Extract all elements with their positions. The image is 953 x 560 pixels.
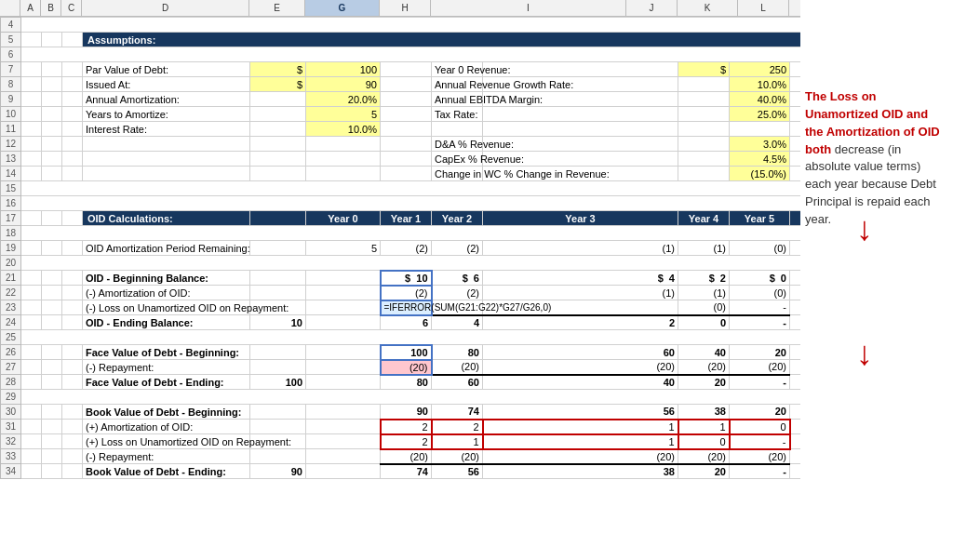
row-29: 29 <box>1 390 801 405</box>
bv-loss-label: (+) Loss on Unamortized OID on Repayment… <box>83 434 250 449</box>
bv-repay-y2: (20) <box>432 449 483 464</box>
bv-amort-y2: 2 <box>432 420 483 434</box>
years-label: Years to Amortize: <box>83 107 250 122</box>
ebitda-label: Annual EBITDA Margin: <box>432 92 483 107</box>
oid-begin-label: OID - Beginning Balance: <box>83 271 250 286</box>
interest-value: 10.0% <box>306 122 381 137</box>
row-10: 10 Years to Amortize: 5 Tax Rate: 25.0% <box>1 107 801 122</box>
row-4: 4 <box>1 18 801 33</box>
year3-header: Year 3 <box>483 211 678 226</box>
bv-amort-y3: 1 <box>483 420 678 434</box>
row-28: 28 Face Value of Debt - Ending: 100 80 6… <box>1 375 801 390</box>
ebitda-value: 40.0% <box>730 92 790 107</box>
oid-loss-y5: - <box>730 300 790 315</box>
dna-value: 3.0% <box>730 137 790 152</box>
bv-end-y3: 38 <box>483 464 678 479</box>
oid-begin-y1-dollar: $ 10 <box>381 271 432 286</box>
bv-end-y1: 74 <box>381 464 432 479</box>
row-30: 30 Book Value of Debt - Beginning: 90 74… <box>1 405 801 420</box>
oid-end-y4: 0 <box>678 315 730 330</box>
row-9: 9 Annual Amortization: 20.0% Annual EBIT… <box>1 92 801 107</box>
bv-begin-y2: 74 <box>432 405 483 420</box>
oid-amort-y5: (0) <box>730 286 790 300</box>
oid-calc-label: OID Calculations: <box>83 211 250 226</box>
oid-begin-y5: $ 0 <box>730 271 790 286</box>
bv-begin-y3: 56 <box>483 405 678 420</box>
annual-rev-label: Annual Revenue Growth Rate: <box>432 77 483 92</box>
row-12: 12 D&A % Revenue: 3.0% <box>1 137 801 152</box>
oid-begin-y2: $ 6 <box>432 271 483 286</box>
row-11: 11 Interest Rate: 10.0% <box>1 122 801 137</box>
bv-end-label: Book Value of Debt - Ending: <box>83 464 250 479</box>
annotation-panel: The Loss on Unamortized OID and the Amor… <box>800 0 953 560</box>
issued-label: Issued At: <box>83 77 250 92</box>
year5-header: Year 5 <box>730 211 790 226</box>
interest-label: Interest Rate: <box>83 122 250 137</box>
year4-header: Year 4 <box>678 211 730 226</box>
bv-repay-y5: (20) <box>730 449 790 464</box>
year1-header: Year 1 <box>381 211 432 226</box>
row-20: 20 <box>1 256 801 271</box>
fv-end-y1: 80 <box>381 375 432 390</box>
fv-repay-y5: (20) <box>730 360 790 375</box>
fv-repay-y1: (20) <box>381 360 432 375</box>
year0-rev-dollar: $ <box>678 62 730 77</box>
years-value: 5 <box>306 107 381 122</box>
row-13: 13 CapEx % Revenue: 4.5% <box>1 152 801 167</box>
bv-begin-y5: 20 <box>730 405 790 420</box>
capex-label: CapEx % Revenue: <box>432 152 483 167</box>
oid-end-y1: 6 <box>381 315 432 330</box>
fv-end-y5: - <box>730 375 790 390</box>
row-24: 24 OID - Ending Balance: 10 6 4 2 0 - <box>1 315 801 330</box>
fv-end-label: Face Value of Debt - Ending: <box>83 375 250 390</box>
bv-repay-label: (-) Repayment: <box>83 449 250 464</box>
amort-value: 20.0% <box>306 92 381 107</box>
wc-label: Change in WC % Change in Revenue: <box>432 167 483 181</box>
row-6: 6 <box>1 47 801 62</box>
oid-end-label: OID - Ending Balance: <box>83 315 250 330</box>
bv-loss-y3: 1 <box>483 434 678 449</box>
annual-rev-value: 10.0% <box>730 77 790 92</box>
bv-end-y0: 90 <box>250 464 306 479</box>
oid-end-y2: 4 <box>432 315 483 330</box>
main-table: 4 5 Assumptions: 6 7 Par Value of Debt: … <box>0 17 800 479</box>
fv-begin-y3: 60 <box>483 345 678 360</box>
year2-header: Year 2 <box>432 211 483 226</box>
par-value-label: Par Value of Debt: <box>83 62 250 77</box>
row-23: 23 (-) Loss on Unamortized OID on Repaym… <box>1 300 801 315</box>
fv-begin-y4: 40 <box>678 345 730 360</box>
bv-end-y4: 20 <box>678 464 730 479</box>
row-5: 5 Assumptions: <box>1 33 801 47</box>
oid-amort-period-y3: (1) <box>483 241 678 256</box>
bv-amort-y1: 2 <box>381 420 432 434</box>
row-15: 15 <box>1 181 801 196</box>
year0-rev-value: 250 <box>730 62 790 77</box>
row-16: 16 <box>1 196 801 211</box>
oid-amort-y1: (2) <box>381 286 432 300</box>
bv-loss-y5: - <box>730 434 790 449</box>
row-19: 19 OID Amortization Period Remaining: 5 … <box>1 241 801 256</box>
fv-repay-label: (-) Repayment: <box>83 360 250 375</box>
oid-amort-period-y0: 5 <box>306 241 381 256</box>
row-22: 22 (-) Amortization of OID: (2) (2) (1) … <box>1 286 801 300</box>
row-21: 21 OID - Beginning Balance: $ 10 $ 6 $ 4… <box>1 271 801 286</box>
issued-dollar: $ <box>250 77 306 92</box>
oid-loss-formula[interactable]: =IFERROR(SUM(G21:G22)*G27/G26,0) <box>381 300 432 315</box>
fv-begin-y1: 100 <box>381 345 432 360</box>
arrow-down-1: ↓ <box>856 212 873 246</box>
fv-end-y3: 40 <box>483 375 678 390</box>
bv-begin-label: Book Value of Debt - Beginning: <box>83 405 250 420</box>
oid-loss-label: (-) Loss on Unamortized OID on Repayment… <box>83 300 250 315</box>
bv-amort-y4: 1 <box>678 420 730 434</box>
row-14: 14 Change in WC % Change in Revenue: (15… <box>1 167 801 181</box>
bv-loss-y4: 0 <box>678 434 730 449</box>
dna-label: D&A % Revenue: <box>432 137 483 152</box>
wc-value: (15.0%) <box>730 167 790 181</box>
oid-begin-y4: $ 2 <box>678 271 730 286</box>
row-18: 18 <box>1 226 801 241</box>
fv-end-y4: 20 <box>678 375 730 390</box>
oid-amort-period-y2: (2) <box>432 241 483 256</box>
row-17: 17 OID Calculations: Year 0 Year 1 Year … <box>1 211 801 226</box>
oid-end-y5: - <box>730 315 790 330</box>
assumptions-header: Assumptions: <box>83 33 801 47</box>
